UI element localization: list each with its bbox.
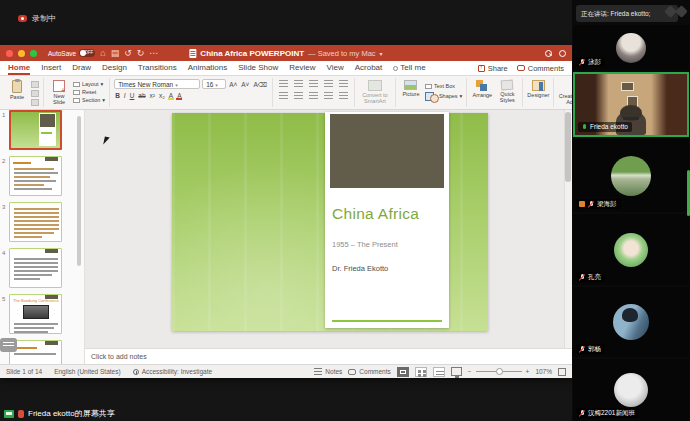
comments-toggle-button[interactable]: Comments — [348, 368, 390, 375]
designer-button[interactable]: Designer — [527, 79, 549, 98]
decrease-indent-button[interactable] — [309, 80, 318, 88]
notes-toggle-button[interactable]: Notes — [314, 368, 342, 375]
zoom-percentage[interactable]: 107% — [535, 368, 552, 375]
participant-tile[interactable]: 郭杨 — [573, 287, 689, 357]
thumbnail-slide-2[interactable] — [9, 156, 62, 196]
paste-button[interactable]: Paste — [6, 79, 28, 100]
fit-to-window-icon[interactable] — [558, 368, 566, 376]
search-icon[interactable] — [545, 50, 552, 57]
more-commands-icon[interactable]: ⋯ — [149, 45, 158, 61]
font-color-button[interactable]: A — [176, 91, 182, 100]
close-window-button[interactable] — [6, 50, 13, 57]
tab-acrobat[interactable]: Acrobat — [355, 61, 383, 75]
share-button[interactable]: Share — [478, 64, 508, 73]
arrange-button[interactable]: Arrange — [471, 79, 493, 98]
maximize-window-button[interactable] — [30, 50, 37, 57]
notes-overlay-icon[interactable] — [0, 338, 17, 352]
normal-view-button[interactable] — [397, 367, 409, 377]
columns-button[interactable] — [339, 92, 348, 100]
avatar — [614, 233, 648, 267]
zoom-knob[interactable] — [496, 368, 503, 375]
thumbnail-slide-1[interactable] — [9, 110, 62, 150]
thumbnail-slide-3[interactable] — [9, 202, 62, 242]
align-center-button[interactable] — [294, 92, 303, 100]
grow-font-button[interactable]: A˄ — [228, 80, 238, 89]
participant-tile[interactable]: 梁海彭 — [573, 139, 689, 212]
tab-transitions[interactable]: Transitions — [138, 61, 177, 75]
clear-formatting-button[interactable]: A⌫ — [252, 80, 268, 89]
slide-sorter-view-button[interactable] — [415, 367, 427, 377]
participant-tile[interactable]: 汉梅2201新闻班 — [573, 359, 689, 421]
participant-tile[interactable]: 泳彭 — [573, 25, 689, 70]
font-name-combobox[interactable]: Times New Roman▾ — [114, 79, 200, 89]
subscript-button[interactable]: x₂ — [158, 91, 166, 100]
superscript-button[interactable]: x² — [149, 91, 156, 100]
tab-tell-me[interactable]: Tell me — [393, 61, 425, 75]
convert-to-smartart-button[interactable]: Convert to SmartArt — [359, 79, 391, 104]
cut-button[interactable] — [31, 81, 39, 88]
zoom-slider[interactable]: − + — [468, 368, 530, 375]
picture-button[interactable]: Picture — [400, 79, 422, 97]
tab-draw[interactable]: Draw — [72, 61, 91, 75]
numbering-button[interactable] — [294, 80, 303, 88]
tab-animations[interactable]: Animations — [188, 61, 228, 75]
shapes-button[interactable]: Shapes ▾ — [425, 91, 462, 101]
text-box-button[interactable]: Text Box — [425, 83, 462, 89]
reset-button[interactable]: Reset — [73, 89, 105, 95]
thumbnail-scrollbar[interactable] — [77, 116, 81, 266]
home-icon[interactable]: ⌂ — [100, 45, 105, 61]
participant-tile[interactable]: 孔亮 — [573, 214, 689, 285]
undo-icon[interactable]: ↺ — [124, 45, 132, 61]
highlight-color-button[interactable]: A — [168, 91, 174, 100]
section-button[interactable]: Section ▾ — [73, 97, 105, 103]
copy-button[interactable] — [31, 90, 39, 97]
tab-insert[interactable]: Insert — [41, 61, 61, 75]
slide-author: Dr. Frieda Ekotto — [332, 264, 388, 273]
canvas-scrollbar-track[interactable] — [564, 110, 572, 364]
tab-home[interactable]: Home — [8, 61, 30, 75]
comments-button[interactable]: Comments — [517, 64, 564, 73]
bold-button[interactable]: B — [114, 91, 121, 100]
slideshow-button[interactable] — [451, 367, 462, 376]
autosave-toggle[interactable]: AutoSave OFF — [48, 49, 95, 57]
save-icon[interactable]: ▤ — [111, 45, 120, 61]
align-right-button[interactable] — [309, 92, 318, 100]
underline-button[interactable]: U — [129, 91, 136, 100]
accessibility-status[interactable]: Accessibility: Investigate — [133, 368, 212, 375]
line-spacing-button[interactable] — [339, 80, 348, 88]
align-left-button[interactable] — [279, 92, 288, 100]
reading-view-button[interactable] — [433, 367, 445, 377]
redo-icon[interactable]: ↻ — [137, 45, 145, 61]
format-painter-button[interactable] — [31, 99, 39, 106]
layout-button[interactable]: Layout ▾ — [73, 81, 105, 87]
zoom-out-icon[interactable]: − — [468, 368, 472, 375]
increase-indent-button[interactable] — [324, 80, 333, 88]
zoom-track[interactable] — [476, 371, 522, 372]
justify-button[interactable] — [324, 92, 333, 100]
bullets-button[interactable] — [279, 80, 288, 88]
tab-design[interactable]: Design — [102, 61, 127, 75]
tab-slide-show[interactable]: Slide Show — [238, 61, 278, 75]
notes-area[interactable]: Click to add notes — [85, 348, 572, 364]
participant-tile[interactable]: Frieda ekotto — [573, 72, 689, 137]
minimize-window-button[interactable] — [18, 50, 25, 57]
thumbnail-slide-5[interactable]: The Bandung Conference — [9, 294, 62, 334]
screenshare-indicator[interactable]: Frieda ekotto的屏幕共享 — [4, 408, 115, 419]
slide-counter[interactable]: Slide 1 of 14 — [6, 368, 42, 375]
new-slide-button[interactable]: New Slide — [48, 79, 70, 105]
language-indicator[interactable]: English (United States) — [54, 368, 120, 375]
zoom-in-icon[interactable]: + — [526, 368, 530, 375]
thumbnail-slide-4[interactable] — [9, 248, 62, 288]
tab-view[interactable]: View — [327, 61, 344, 75]
autosave-switch[interactable]: OFF — [79, 49, 95, 57]
strikethrough-button[interactable]: ab — [137, 91, 146, 100]
font-size-combobox[interactable]: 16▾ — [202, 79, 226, 89]
canvas-scrollbar-thumb[interactable] — [565, 112, 571, 182]
tab-review[interactable]: Review — [289, 61, 315, 75]
shrink-font-button[interactable]: A˅ — [240, 80, 250, 89]
current-slide[interactable]: China Africa 1955 – The Present Dr. Frie… — [172, 113, 488, 331]
document-title[interactable]: China Africa POWERPOINT — Saved to my Ma… — [189, 49, 382, 58]
italic-button[interactable]: I — [123, 91, 127, 100]
feedback-smiley-icon[interactable] — [559, 50, 566, 57]
quick-styles-button[interactable]: Quick Styles — [496, 79, 518, 103]
